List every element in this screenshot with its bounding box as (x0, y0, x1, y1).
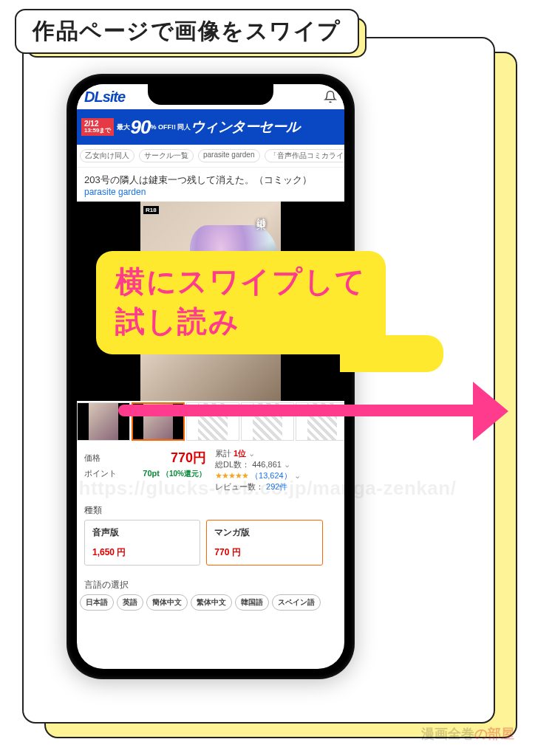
promo-off: % OFF!! (150, 124, 176, 131)
cover-title-text: 鍵束の (254, 210, 268, 227)
point-label: ポイント (84, 468, 117, 479)
lang-option[interactable]: 日本語 (80, 594, 114, 611)
promo-time: 13:59まで (84, 128, 111, 134)
lang-option[interactable]: スペイン語 (272, 594, 321, 611)
swipe-instruction-callout: 横にスワイプして 試し読み (96, 251, 386, 354)
promo-sale-text: ウィンターセール (191, 117, 300, 137)
breadcrumb-item[interactable]: サークル一覧 (139, 149, 194, 162)
breadcrumb-item[interactable]: 乙女向け同人 (80, 149, 134, 162)
frame-title: 作品ページで画像をスワイプ (15, 9, 359, 54)
circle-link[interactable]: parasite garden (77, 187, 344, 202)
bell-icon[interactable] (324, 90, 337, 103)
variant-option-audio[interactable]: 音声版 1,650 円 (84, 520, 200, 566)
site-logo[interactable]: DLsite (84, 89, 125, 106)
rank-label: 累計 (215, 449, 231, 458)
variant-option-manga[interactable]: マンガ版 770 円 (206, 520, 322, 566)
point-note: （10%還元） (162, 470, 206, 478)
product-stats: 価格 770円 ポイント 70pt （10%還元） 累計 1位 ⌄ (77, 442, 344, 498)
breadcrumb: 乙女向け同人 サークル一覧 parasite garden 「音声作品コミカライ… (77, 145, 344, 168)
dl-label: 総DL数： (215, 460, 250, 469)
lang-option[interactable]: 簡体中文 (146, 594, 188, 611)
variants-heading: 種類 (77, 498, 344, 520)
price-label: 価格 (84, 453, 100, 464)
price-value: 770円 (171, 449, 206, 467)
swipe-arrow-head-icon (473, 382, 508, 441)
lang-option[interactable]: 繁体中文 (191, 594, 232, 611)
chevron-down-icon[interactable]: ⌄ (248, 449, 255, 458)
point-value: 70pt (143, 469, 160, 478)
review-count-link[interactable]: 292件 (266, 482, 287, 491)
promo-prefix: 最大 (117, 124, 130, 131)
rating-count-link[interactable]: （13,624） (251, 471, 292, 480)
variant-price: 770 円 (214, 546, 314, 559)
chevron-down-icon[interactable]: ⌄ (284, 460, 290, 469)
dl-value: 446,861 (252, 460, 282, 469)
swipe-arrow-icon (118, 405, 488, 416)
breadcrumb-item[interactable]: 「音声作品コミカライズ」シリーズ (265, 149, 345, 162)
callout-line2: 試し読み (115, 301, 367, 341)
language-heading: 言語の選択 (77, 573, 344, 594)
language-selector: 日本語 英語 簡体中文 繁体中文 韓国語 スペイン語 (77, 594, 344, 616)
callout-line1: 横にスワイプして (115, 261, 367, 301)
phone-screen: DLsite 2/12 13:59まで 最大 90 % OFF!! 同人 ウィン… (77, 84, 344, 669)
promo-percent: 90 (130, 116, 150, 139)
r18-badge: R18 (143, 206, 159, 214)
rank-value: 1位 (234, 449, 246, 458)
product-title: 203号の隣人は鍵束一つ残して消えた。（コミック） (77, 168, 344, 187)
review-label: レビュー数： (215, 482, 264, 491)
phone-mockup: DLsite 2/12 13:59まで 最大 90 % OFF!! 同人 ウィン… (67, 74, 355, 679)
breadcrumb-item[interactable]: parasite garden (198, 149, 260, 162)
star-rating-icon: ★★★★★ (215, 471, 248, 480)
brand-watermark: 漫画全巻の部屋 (421, 725, 514, 743)
promo-banner[interactable]: 2/12 13:59まで 最大 90 % OFF!! 同人 ウィンターセール (77, 109, 344, 145)
promo-category: 同人 (177, 124, 191, 131)
variant-price: 1,650 円 (92, 546, 192, 559)
chevron-down-icon[interactable]: ⌄ (294, 471, 301, 480)
promo-deadline: 2/12 13:59まで (81, 118, 114, 136)
lang-option[interactable]: 韓国語 (235, 594, 269, 611)
variant-name: 音声版 (92, 526, 192, 539)
variant-selector: 音声版 1,650 円 マンガ版 770 円 (77, 520, 344, 573)
variant-name: マンガ版 (214, 526, 314, 539)
phone-notch (148, 84, 273, 105)
lang-option[interactable]: 英語 (117, 594, 143, 611)
